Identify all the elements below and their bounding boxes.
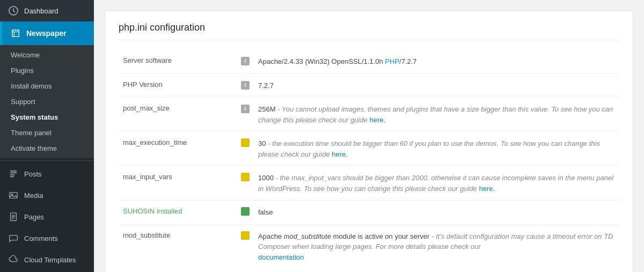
info-icon: i xyxy=(241,105,250,113)
submenu-system-status[interactable]: System status xyxy=(0,109,94,125)
info-icon: i xyxy=(241,81,250,90)
table-row: SUHOSIN installed false xyxy=(119,201,619,225)
card-title: php.ini configuration xyxy=(119,22,619,40)
dashboard-icon xyxy=(8,5,19,16)
value-main: 256M xyxy=(258,105,276,113)
cloud-templates-label: Cloud Templates xyxy=(24,256,76,264)
config-table: Server software i Apache/2.4.33 (Win32) … xyxy=(119,50,619,269)
sidebar-divider-1 xyxy=(0,160,94,161)
row-value: 1000 - the max_input_vars should be bigg… xyxy=(254,166,619,201)
main-content: php.ini configuration Server software i … xyxy=(94,0,644,272)
value-main: 1000 xyxy=(258,174,274,182)
sidebar-item-comments[interactable]: Comments xyxy=(0,227,94,249)
table-row: PHP Version i 7.2.7 xyxy=(119,73,619,98)
value-text: false xyxy=(258,208,273,216)
sidebar-item-cloud-templates[interactable]: Cloud Templates xyxy=(0,249,94,270)
value-main: 30 xyxy=(258,139,266,148)
warning-text: - the max_input_vars should be bigger th… xyxy=(258,174,613,193)
submenu-support[interactable]: Support xyxy=(0,94,94,109)
warning-text: - the execution time should be bigger th… xyxy=(258,139,600,158)
row-label: post_max_size xyxy=(119,98,237,132)
row-label: SUHOSIN installed xyxy=(119,201,237,225)
row-status-icon: i xyxy=(237,98,254,132)
warning-icon xyxy=(241,231,250,240)
row-value: 7.2.7 xyxy=(254,73,619,98)
sidebar-item-pages[interactable]: Pages xyxy=(0,206,94,227)
success-icon xyxy=(241,207,250,216)
sidebar-item-dashboard[interactable]: Dashboard xyxy=(0,0,94,21)
submenu-welcome[interactable]: Welcome xyxy=(0,47,94,63)
newspaper-icon xyxy=(10,28,21,39)
table-row: max_input_vars 1000 - the max_input_vars… xyxy=(119,166,619,201)
value-suffix: module is active on your server xyxy=(331,232,430,240)
sidebar: Dashboard Newspaper Welcome Plugins Inst… xyxy=(0,0,94,272)
warning-icon xyxy=(241,173,250,181)
pages-icon xyxy=(8,211,19,222)
guide-link[interactable]: here xyxy=(332,150,346,158)
guide-link[interactable]: here xyxy=(479,185,493,193)
media-icon xyxy=(8,190,19,201)
row-status-icon xyxy=(237,166,254,201)
php-label: PHP xyxy=(123,80,137,89)
row-status-icon xyxy=(237,224,254,269)
row-label: max_input_vars xyxy=(119,166,237,201)
submenu-plugins[interactable]: Plugins xyxy=(0,63,94,78)
sidebar-item-posts[interactable]: Posts xyxy=(0,163,94,185)
row-value: false xyxy=(254,201,619,225)
row-value: 30 - the execution time should be bigger… xyxy=(254,132,619,166)
svg-rect-1 xyxy=(10,193,17,199)
info-icon: i xyxy=(241,57,250,65)
row-label: PHP Version xyxy=(119,73,237,98)
dashboard-label: Dashboard xyxy=(24,7,58,15)
value-suffix: /7.2.7 xyxy=(399,57,417,65)
submenu-activate-theme[interactable]: Activate theme xyxy=(0,141,94,156)
value-text: 7.2.7 xyxy=(258,82,274,90)
warning-text: - You cannot upload images, themes and p… xyxy=(258,105,613,124)
row-status-icon xyxy=(237,132,254,166)
media-label: Media xyxy=(24,192,43,200)
sidebar-item-media[interactable]: Media xyxy=(0,185,94,206)
value-mid: mod_substitute xyxy=(284,232,331,240)
row-status-icon: i xyxy=(237,73,254,98)
table-row: post_max_size i 256M - You cannot upload… xyxy=(119,98,619,132)
submenu-theme-panel[interactable]: Theme panel xyxy=(0,125,94,141)
row-label: mod_substitute xyxy=(119,224,237,269)
cloud-templates-icon xyxy=(8,254,19,265)
row-value: 256M - You cannot upload images, themes … xyxy=(254,98,619,132)
newspaper-label: Newspaper xyxy=(26,29,67,38)
table-row: Server software i Apache/2.4.33 (Win32) … xyxy=(119,50,619,73)
config-card: php.ini configuration Server software i … xyxy=(105,11,633,272)
warning-icon xyxy=(241,138,250,147)
row-label: max_execution_time xyxy=(119,132,237,166)
row-label: Server software xyxy=(119,50,237,73)
value-prefix: Apache xyxy=(258,232,284,240)
php-highlight: PHP xyxy=(385,57,399,65)
table-row: mod_substitute Apache mod_substitute mod… xyxy=(119,224,619,269)
sidebar-item-newspaper[interactable]: Newspaper xyxy=(0,21,94,45)
posts-label: Posts xyxy=(24,170,42,178)
newspaper-submenu: Welcome Plugins Install demos Support Sy… xyxy=(0,45,94,158)
comments-label: Comments xyxy=(24,234,58,242)
row-value: Apache/2.4.33 (Win32) OpenSSL/1.1.0h PHP… xyxy=(254,50,619,73)
row-status-icon xyxy=(237,201,254,225)
value-text: Apache/2.4.33 (Win32) OpenSSL/1.1.0h xyxy=(258,57,385,65)
row-status-icon: i xyxy=(237,50,254,73)
pages-label: Pages xyxy=(24,213,44,221)
row-value: Apache mod_substitute module is active o… xyxy=(254,224,619,269)
guide-link[interactable]: here xyxy=(369,116,383,124)
comments-icon xyxy=(8,233,19,244)
documentation-link[interactable]: documentation xyxy=(258,253,304,261)
table-row: max_execution_time 30 - the execution ti… xyxy=(119,132,619,166)
posts-icon xyxy=(8,168,19,179)
submenu-install-demos[interactable]: Install demos xyxy=(0,78,94,94)
